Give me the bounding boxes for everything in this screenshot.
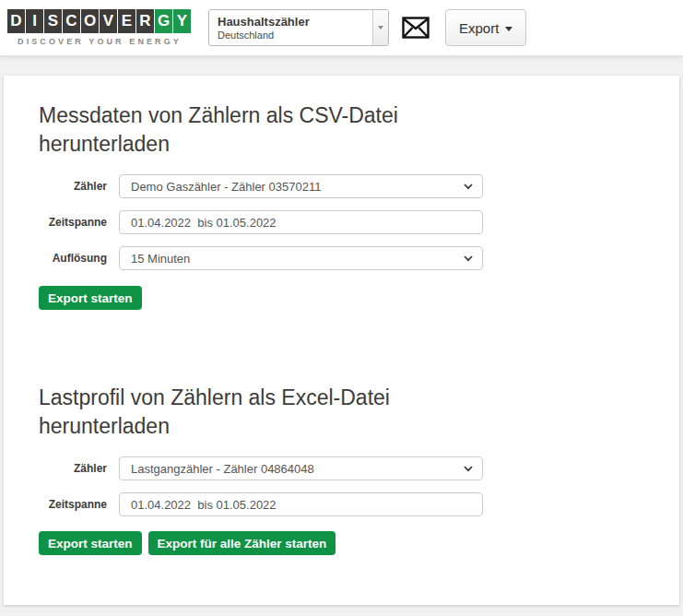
logo-tile: D [7, 9, 25, 33]
logo-tile: S [44, 9, 62, 33]
csv-resolution-row: Auflösung 15 Minuten [39, 246, 679, 270]
excel-button-row: Export starten Export für alle Zähler st… [39, 531, 679, 555]
logo-tile: I [26, 9, 43, 33]
caret-down-icon [505, 27, 512, 31]
envelope-icon [402, 17, 430, 39]
excel-timespan-input[interactable] [119, 492, 483, 516]
csv-meter-row: Zähler Demo Gaszähler - Zähler 03570211 [39, 174, 679, 198]
excel-export-all-button[interactable]: Export für alle Zähler starten [148, 531, 336, 555]
discovergy-logo[interactable]: D I S C O V E R G Y DISCOVER YOUR ENERGY [7, 9, 192, 46]
csv-timespan-row: Zeitspanne [39, 210, 679, 234]
csv-timespan-input[interactable] [119, 210, 483, 234]
meter-group-title: Haushaltszähler [218, 15, 364, 30]
csv-timespan-label: Zeitspanne [39, 216, 107, 229]
csv-resolution-label: Auflösung [39, 252, 107, 265]
logo-tile: R [136, 9, 154, 33]
csv-meter-select-value: Demo Gaszähler - Zähler 03570211 [131, 180, 321, 194]
logo-tile: O [81, 9, 99, 33]
export-menu-label: Export [459, 20, 499, 36]
logo-letter-tiles: D I S C O V E R G Y [7, 9, 192, 33]
logo-tile: Y [173, 9, 191, 33]
excel-export-section: Lastprofil von Zählern als Excel-Datei h… [39, 384, 679, 555]
csv-export-start-button[interactable]: Export starten [39, 286, 142, 310]
csv-resolution-select-value: 15 Minuten [131, 252, 190, 266]
csv-export-heading: Messdaten von Zählern als CSV-Datei heru… [39, 101, 463, 159]
csv-resolution-select[interactable]: 15 Minuten [119, 246, 483, 270]
logo-tagline: DISCOVER YOUR ENERGY [7, 37, 192, 46]
messages-button[interactable] [402, 17, 430, 39]
csv-meter-select[interactable]: Demo Gaszähler - Zähler 03570211 [119, 174, 483, 198]
excel-meter-label: Zähler [39, 462, 107, 475]
excel-timespan-label: Zeitspanne [39, 498, 107, 511]
meter-group-subtitle: Deutschland [218, 30, 364, 41]
csv-meter-label: Zähler [39, 180, 107, 193]
excel-export-heading: Lastprofil von Zählern als Excel-Datei h… [39, 384, 463, 441]
logo-tile: C [63, 9, 80, 33]
meter-group-select-arrow[interactable] [372, 10, 388, 45]
meter-group-select-text: Haushaltszähler Deutschland [209, 10, 372, 45]
excel-meter-select[interactable]: Lastgangzähler - Zähler 04864048 [119, 456, 483, 480]
caret-down-icon [378, 26, 383, 30]
content-card: Messdaten von Zählern als CSV-Datei heru… [4, 76, 679, 605]
logo-tile: V [100, 9, 117, 33]
logo-tile: E [118, 9, 135, 33]
excel-meter-row: Zähler Lastgangzähler - Zähler 04864048 [39, 456, 679, 480]
csv-button-row: Export starten [39, 286, 679, 310]
excel-timespan-row: Zeitspanne [39, 492, 679, 516]
meter-group-select[interactable]: Haushaltszähler Deutschland [208, 9, 389, 46]
logo-tile: G [155, 9, 172, 33]
app-header: D I S C O V E R G Y DISCOVER YOUR ENERGY… [0, 0, 683, 56]
export-menu-button[interactable]: Export [445, 9, 526, 46]
excel-meter-select-value: Lastgangzähler - Zähler 04864048 [131, 462, 314, 476]
chevron-down-icon [462, 462, 475, 475]
csv-export-section: Messdaten von Zählern als CSV-Datei heru… [39, 101, 679, 310]
chevron-down-icon [462, 180, 475, 193]
excel-export-start-button[interactable]: Export starten [39, 531, 142, 555]
chevron-down-icon [462, 252, 475, 265]
